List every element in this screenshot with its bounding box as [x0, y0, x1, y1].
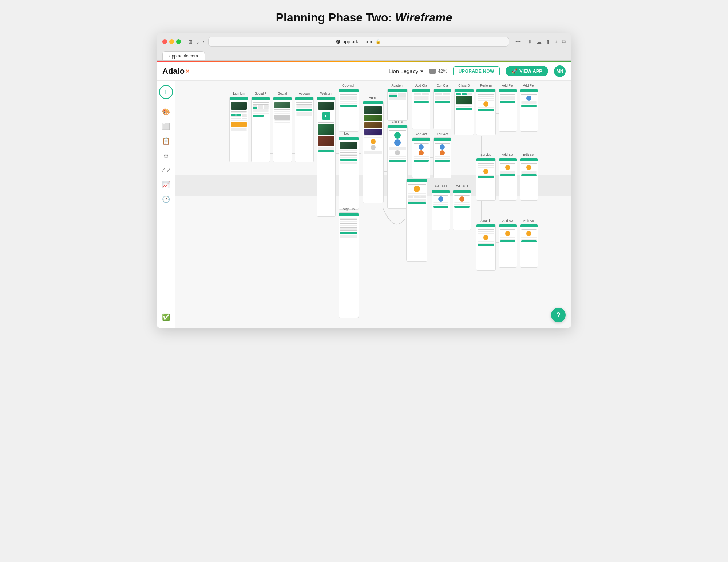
wf-screen-class-d[interactable]: [454, 89, 474, 135]
traffic-light-red[interactable]: [162, 39, 167, 44]
wf-screen-add-per2[interactable]: [520, 89, 538, 132]
wf-screen-add-cla[interactable]: [412, 89, 430, 129]
wf-screen-edit-athl[interactable]: [453, 190, 471, 230]
sidebar-item-screens[interactable]: ⬜: [159, 120, 173, 133]
wf-screen-social[interactable]: [273, 97, 292, 162]
sidebar-item-settings[interactable]: ⚙: [159, 149, 173, 162]
wf-screen-clubs[interactable]: [387, 125, 408, 209]
wf-screen-add-ser[interactable]: [499, 158, 517, 201]
wf-label-add-act: Add Act: [415, 132, 427, 136]
add-tab-icon[interactable]: +: [555, 39, 558, 45]
back-icon[interactable]: ‹: [203, 39, 205, 45]
wf-group-login: Log In: [339, 132, 359, 210]
sidebar-item-data[interactable]: 📋: [159, 135, 173, 148]
avatar[interactable]: MN: [554, 65, 566, 77]
wf-group-clubs: Clubs a: [387, 120, 408, 209]
browser-titlebar: ⊞ ⌄ ‹ 🅐 app.adalo.com 🔒 ••• ⬇ ☁ ⬆ + ⧉: [162, 37, 566, 47]
wf-screen-edit-cla[interactable]: [433, 89, 451, 129]
view-app-button[interactable]: 🚀 VIEW APP: [506, 66, 548, 76]
wf-label-social: Social: [278, 92, 287, 95]
traffic-light-yellow[interactable]: [169, 39, 174, 44]
wf-screen-edit-act[interactable]: [433, 137, 451, 178]
wf-screen-add-aw[interactable]: [499, 224, 517, 268]
wf-screen-social-f[interactable]: [251, 97, 270, 162]
wf-screen-service[interactable]: [476, 158, 496, 201]
tabs-icon[interactable]: ⧉: [562, 39, 566, 45]
browser-window: ⊞ ⌄ ‹ 🅐 app.adalo.com 🔒 ••• ⬇ ☁ ⬆ + ⧉: [157, 33, 571, 328]
wf-label-perform: Perform: [480, 84, 492, 87]
sidebar-item-verified[interactable]: ✅: [159, 311, 173, 324]
wf-label-class-d: Class D: [458, 84, 470, 87]
verified-icon: ✅: [162, 313, 170, 321]
traffic-lights: [162, 39, 181, 44]
browser-tabs: app.adalo.com: [162, 49, 566, 60]
wf-screen-athletic[interactable]: [406, 179, 427, 262]
download-icon[interactable]: ⬇: [528, 39, 532, 45]
wf-screen-edit-aw[interactable]: [520, 224, 538, 268]
wf-group-edit-cla: Edit Cla: [433, 84, 451, 129]
wf-label-add-cla: Add Cla: [415, 84, 427, 87]
wf-screen-edit-ser[interactable]: [520, 158, 538, 201]
wf-screen-awards[interactable]: [476, 224, 496, 271]
wf-screen-add-per1[interactable]: [499, 89, 517, 132]
wf-label-welcom: Welcom: [320, 92, 332, 95]
wf-screen-accoun[interactable]: [295, 97, 314, 162]
wf-group-add-act: Add Act: [412, 132, 430, 178]
wf-screen-add-act[interactable]: [412, 137, 430, 178]
canvas-area[interactable]: Lion Lin: [175, 81, 571, 328]
wf-group-class-d: Class D: [454, 84, 474, 135]
wf-group-perform: Perform: [476, 84, 496, 135]
wf-group-welcom: Welcom L: [317, 92, 336, 217]
project-name: Lion Legacy: [389, 68, 418, 74]
cloud-icon[interactable]: ☁: [537, 39, 542, 45]
wf-screen-lion-lin[interactable]: [229, 97, 248, 162]
canvas-content: Lion Lin: [175, 81, 571, 328]
wf-screen-perform[interactable]: [476, 89, 496, 135]
wf-screen-signup[interactable]: [339, 212, 359, 318]
wf-group-add-aw: Add Aw: [499, 219, 517, 268]
wf-screen-academ[interactable]: [387, 89, 408, 121]
wf-label-home: Home: [369, 96, 377, 100]
wf-group-accoun: Accoun: [295, 92, 314, 162]
add-screen-button[interactable]: +: [159, 85, 173, 99]
wf-group-edit-athl: Edit Athl: [453, 184, 471, 230]
wf-screen-welcom[interactable]: L: [317, 97, 336, 217]
header-progress: 42%: [429, 68, 447, 74]
chevron-down-icon: ⌄: [195, 39, 200, 45]
sidebar-item-history[interactable]: 🕐: [159, 193, 173, 206]
wf-screen-copyright[interactable]: [339, 89, 359, 132]
more-icon[interactable]: •••: [515, 39, 521, 44]
upgrade-button[interactable]: UPGRADE NOW: [453, 66, 500, 76]
chart-icon: 📈: [162, 181, 170, 189]
lock-icon: 🔒: [376, 39, 381, 44]
sidebar: + 🎨 ⬜ 📋 ⚙ ✓✓ 📈 🕐 ✅: [157, 81, 175, 328]
traffic-light-green[interactable]: [176, 39, 181, 44]
wf-group-academ: Academ: [387, 84, 408, 121]
wf-label-edit-cla: Edit Cla: [436, 84, 448, 87]
sidebar-item-analytics[interactable]: 📈: [159, 178, 173, 191]
wf-group-service: Service: [476, 153, 496, 201]
address-bar[interactable]: 🅐 app.adalo.com 🔒: [208, 37, 509, 47]
sidebar-item-palette[interactable]: 🎨: [159, 105, 173, 119]
wf-group-edit-aw: Edit Aw: [520, 219, 538, 268]
wf-label-add-per2: Add Per: [523, 84, 535, 87]
progress-icon: [429, 69, 436, 74]
dropdown-chevron: ▾: [420, 68, 423, 75]
wf-screen-add-athl[interactable]: [432, 190, 450, 230]
wf-label-clubs: Clubs a: [392, 120, 403, 124]
wf-label-awards: Awards: [480, 219, 491, 223]
wf-screen-home[interactable]: [363, 101, 384, 203]
help-button[interactable]: ?: [551, 308, 566, 322]
wf-label-edit-ser: Edit Ser: [523, 153, 535, 156]
share-icon[interactable]: ⬆: [546, 39, 550, 45]
wf-screen-login[interactable]: [339, 137, 359, 210]
browser-chrome: ⊞ ⌄ ‹ 🅐 app.adalo.com 🔒 ••• ⬇ ☁ ⬆ + ⧉: [157, 33, 571, 61]
wf-group-social-f: Social F: [251, 92, 270, 162]
sidebar-toggle-icon[interactable]: ⊞: [188, 39, 193, 45]
browser-tab-more: •••: [515, 39, 521, 44]
wf-group-add-per1: Add Per: [499, 84, 517, 132]
active-tab[interactable]: app.adalo.com: [162, 51, 205, 60]
project-selector[interactable]: Lion Legacy ▾: [389, 68, 423, 75]
app-logo: Adalo✕: [162, 67, 190, 76]
sidebar-item-publish[interactable]: ✓✓: [159, 164, 173, 177]
